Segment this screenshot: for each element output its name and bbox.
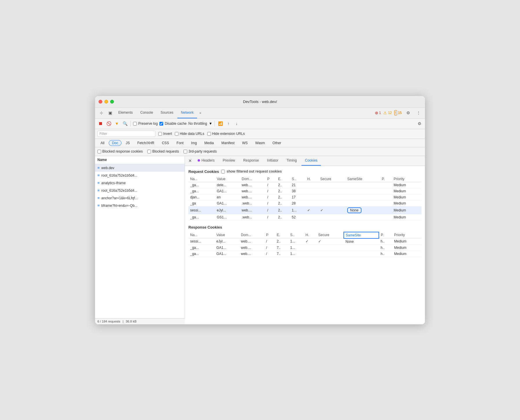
detail-tab-initiator[interactable]: Initiator <box>263 156 282 166</box>
doc-icon-3: ≡ <box>97 188 100 193</box>
response-cookie-row[interactable]: sessi... eJyl... web.... / 2.. 1... ✓ ✓ … <box>188 238 421 245</box>
type-tab-font[interactable]: Font <box>173 140 187 146</box>
show-filtered-checkbox[interactable] <box>221 170 225 173</box>
request-cookie-row[interactable]: djan... en web.... / 2.. 17 Medium <box>188 194 421 200</box>
hide-ext-urls-checkbox[interactable] <box>207 132 211 136</box>
third-party-label[interactable]: 3rd-party requests <box>183 149 217 153</box>
search-icon[interactable]: 🔍 <box>122 120 128 127</box>
resp-cell-domain: web.... <box>239 251 264 257</box>
response-cookie-row[interactable]: _ga... GA1... web.... / 7.. 1... h.. Med… <box>188 251 421 257</box>
type-tab-doc[interactable]: Doc <box>109 140 121 146</box>
device-mode-icon[interactable]: ▣ <box>106 109 114 117</box>
sidebar-item-root1[interactable]: ≡ root_616a752e1b5d4... <box>95 172 185 179</box>
info-badge: ! 15 <box>394 110 402 115</box>
blocked-cookies-label[interactable]: Blocked response cookies <box>97 149 143 153</box>
type-tab-manifest[interactable]: Manifest <box>218 140 238 146</box>
close-button[interactable] <box>99 100 102 104</box>
maximize-button[interactable] <box>110 100 114 104</box>
type-tab-js[interactable]: JS <box>123 140 133 146</box>
type-tab-fetch-xhr[interactable]: Fetch/XHR <box>134 140 158 146</box>
sidebar-item-bframe[interactable]: ≡ bframe?hl=en&v=-Qb... <box>95 202 185 209</box>
type-tab-all[interactable]: All <box>97 140 108 146</box>
detail-tab-timing[interactable]: Timing <box>283 156 300 166</box>
req-cell-size: 28 <box>290 200 306 206</box>
sidebar-item-anchor[interactable]: ≡ anchor?ar=1&k=6Lfqf... <box>95 194 185 202</box>
req-cell-samesite: None <box>346 206 380 214</box>
req-cell-httponly: ✓ <box>306 206 319 214</box>
preserve-log-label[interactable]: Preserve log <box>133 122 158 126</box>
blocked-requests-checkbox[interactable] <box>147 150 151 153</box>
type-tab-css[interactable]: CSS <box>159 140 172 146</box>
req-cell-httponly <box>306 194 319 200</box>
request-cookie-row[interactable]: _ga GA1... .web... / 2.. 28 Medium <box>188 200 421 206</box>
more-tabs-icon[interactable]: » <box>198 110 203 116</box>
upload-icon[interactable]: ↑ <box>225 120 232 127</box>
detail-tab-response[interactable]: Response <box>240 156 262 166</box>
disable-cache-label[interactable]: Disable cache <box>159 122 186 126</box>
request-count: 6 / 184 requests <box>97 320 120 323</box>
req-cell-domain: .web... <box>240 214 266 220</box>
throttle-dropdown-icon[interactable]: ▼ <box>209 122 212 126</box>
traffic-lights <box>99 100 114 104</box>
show-filtered-label[interactable]: show filtered out request cookies <box>221 169 282 173</box>
settings-icon[interactable]: ⚙ <box>404 109 412 117</box>
blocked-requests-label[interactable]: Blocked requests <box>147 149 179 153</box>
request-cookie-row[interactable]: sessi... eJyl... web.... / 2.. 1... ✓ ✓ … <box>188 206 421 214</box>
resp-cell-value: eJyl... <box>215 238 239 245</box>
resp-col-name: Na... <box>188 232 215 238</box>
inspect-icon[interactable]: ⊹ <box>97 109 106 117</box>
hide-data-urls-checkbox[interactable] <box>175 132 179 136</box>
req-cell-name: _ga... <box>188 188 215 194</box>
network-settings-icon[interactable]: ⚙ <box>416 120 423 127</box>
response-cookie-row[interactable]: _ga... GA1... web.... / 7.. 1... h.. Med… <box>188 245 421 251</box>
hide-data-urls-label[interactable]: Hide data URLs <box>175 132 204 136</box>
disable-cache-checkbox[interactable] <box>159 122 163 126</box>
tab-sources[interactable]: Sources <box>157 107 177 118</box>
detail-tab-preview[interactable]: Preview <box>219 156 239 166</box>
request-cookie-row[interactable]: _ga... GS1... .web... / 2.. 52 Medium <box>188 214 421 220</box>
clear-icon[interactable]: 🚫 <box>106 120 112 127</box>
request-cookie-row[interactable]: _ga... dele... web.... / 2.. 21 Medium <box>188 182 421 188</box>
type-tab-ws[interactable]: WS <box>239 140 251 146</box>
download-icon[interactable]: ↓ <box>233 120 240 127</box>
detail-tab-headers[interactable]: Headers <box>194 156 218 166</box>
filter-icon[interactable]: ▼ <box>114 120 120 127</box>
req-cell-samesite <box>346 200 380 206</box>
more-options-icon[interactable]: ⋮ <box>414 109 423 117</box>
invert-checkbox[interactable] <box>158 132 162 136</box>
tab-elements[interactable]: Elements <box>115 107 136 118</box>
sidebar-item-text-4: anchor?ar=1&k=6Lfqf... <box>101 196 138 200</box>
detail-tab-cookies[interactable]: Cookies <box>301 156 321 166</box>
warn-count: 12 <box>388 111 392 115</box>
resp-cell-priority-abbr: h.. <box>379 245 392 251</box>
third-party-checkbox[interactable] <box>183 150 187 153</box>
record-stop-icon[interactable]: ⏹ <box>97 120 104 127</box>
detail-tabs: ✕ Headers Preview Response Initiator Tim… <box>185 156 425 166</box>
preserve-log-checkbox[interactable] <box>133 122 137 126</box>
detail-close-button[interactable]: ✕ <box>187 158 193 164</box>
hide-ext-urls-label[interactable]: Hide extension URLs <box>207 132 245 136</box>
warn-icon: ⚠ <box>383 111 387 115</box>
type-tab-img[interactable]: Img <box>188 140 200 146</box>
req-cell-value: GA1... <box>215 200 240 206</box>
tab-console[interactable]: Console <box>137 107 157 118</box>
sidebar-item-root2[interactable]: ≡ root_616a752e1b5d4... <box>95 187 185 194</box>
tab-network[interactable]: Network <box>177 107 197 118</box>
type-tab-wasm[interactable]: Wasm <box>252 140 268 146</box>
request-cookie-row[interactable]: _ga... GA1... web.... / 2.. 38 Medium <box>188 188 421 194</box>
req-cell-name: _ga... <box>188 182 215 188</box>
type-tab-other[interactable]: Other <box>269 140 284 146</box>
req-cell-secure <box>319 182 346 188</box>
wifi-icon[interactable]: 📶 <box>217 120 223 127</box>
sidebar-item-webdev[interactable]: ≡ web.dev <box>95 164 185 172</box>
req-cell-priority-abbr <box>380 188 392 194</box>
sidebar-item-analytics[interactable]: ≡ analytics-iframe <box>95 179 185 187</box>
resp-cell-samesite: None <box>344 238 379 245</box>
req-cell-name: djan... <box>188 194 215 200</box>
warn-badge: ⚠ 12 <box>383 111 392 115</box>
blocked-cookies-checkbox[interactable] <box>97 150 101 153</box>
type-tab-media[interactable]: Media <box>201 140 217 146</box>
minimize-button[interactable] <box>104 100 108 104</box>
invert-label[interactable]: Invert <box>158 132 172 136</box>
filter-input[interactable] <box>97 131 155 137</box>
